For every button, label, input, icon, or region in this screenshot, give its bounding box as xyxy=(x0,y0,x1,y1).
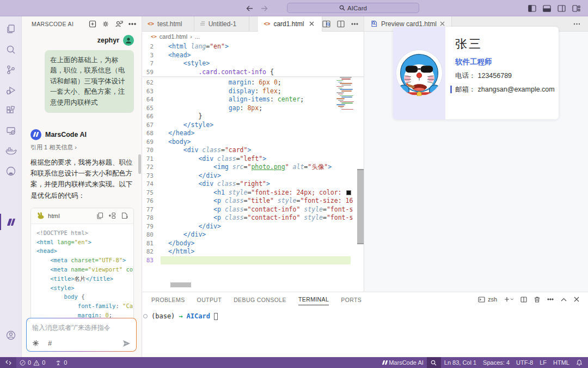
tab-untitled-1[interactable]: Untitled-1 xyxy=(194,16,250,31)
editor-horizontal-scrollbar[interactable] xyxy=(170,282,191,287)
plain-file-icon xyxy=(200,21,205,27)
search-sidebar-icon[interactable] xyxy=(0,40,22,59)
marscode-logo xyxy=(30,129,41,140)
back-icon[interactable] xyxy=(246,5,253,11)
tab-label: Untitled-1 xyxy=(209,20,236,28)
title-bar: AICard xyxy=(0,0,588,16)
source-control-icon[interactable] xyxy=(0,61,22,79)
indentation[interactable]: Spaces: 4 xyxy=(480,357,513,368)
marscode-ai-icon[interactable] xyxy=(0,213,22,231)
send-icon[interactable] xyxy=(122,340,131,347)
feedback-icon[interactable] xyxy=(115,20,123,28)
card-job-title: 软件工程师 xyxy=(455,57,559,67)
terminal[interactable]: (base) → AICard xyxy=(142,306,588,320)
ports-count: 0 xyxy=(64,359,67,366)
tab-output[interactable]: OUTPUT xyxy=(197,294,222,305)
tab-card1-html[interactable]: <> card1.html xyxy=(258,16,322,32)
tab-ports[interactable]: PORTS xyxy=(341,294,362,305)
breadcrumb-more[interactable]: ... xyxy=(195,33,200,40)
toggle-sidebar-icon[interactable] xyxy=(528,5,536,12)
terminal-cwd: AICard xyxy=(187,312,210,320)
tab-debug-console[interactable]: DEBUG CONSOLE xyxy=(234,294,286,305)
doraemon-avatar xyxy=(396,50,442,96)
status-search-icon[interactable] xyxy=(427,357,441,368)
split-editor-icon[interactable] xyxy=(337,20,345,28)
close-tab-icon[interactable] xyxy=(309,21,314,26)
open-preview-side-icon[interactable] xyxy=(322,20,330,28)
chat-code-lines: <!DOCTYPE html><html lang="en"><head> <m… xyxy=(31,224,133,329)
language-mode[interactable]: HTML xyxy=(550,357,573,368)
editor-vertical-scrollbar[interactable] xyxy=(357,169,364,244)
new-file-from-code-icon[interactable] xyxy=(121,212,128,219)
email-value: zhangsan@example.com xyxy=(478,86,555,93)
card-email-row: 邮箱：zhangsan@example.com xyxy=(455,85,559,94)
preview-file-icon xyxy=(371,20,378,27)
sidebar-scrollbar[interactable] xyxy=(138,154,141,174)
chat-input-box[interactable]: 输入消息或者"/"来选择指令 # xyxy=(26,318,137,352)
search-text: AICard xyxy=(347,5,367,11)
remote-explorer-icon[interactable] xyxy=(0,122,22,140)
preview-more-actions-icon[interactable] xyxy=(573,23,588,25)
eol[interactable]: LF xyxy=(536,357,550,368)
editor-tab-bar: <> test.html Untitled-1 <> card1.html xyxy=(142,16,364,32)
reference-link[interactable]: 引用 1 相关信息 › xyxy=(30,143,142,152)
editor-group: <> test.html Untitled-1 <> card1.html <>… xyxy=(142,16,364,292)
shell-selector[interactable]: zsh xyxy=(478,296,497,303)
extensions-icon[interactable] xyxy=(0,101,22,120)
terminal-prompt: (base) xyxy=(151,312,175,320)
breadcrumb[interactable]: <> card1.html › ... xyxy=(142,32,364,41)
breadcrumb-separator: › xyxy=(190,33,192,40)
customize-layout-icon[interactable] xyxy=(572,5,580,12)
more-actions-icon[interactable] xyxy=(128,23,136,25)
github-icon[interactable] xyxy=(0,162,22,180)
explorer-icon[interactable] xyxy=(0,20,22,38)
chat-settings-gear-icon[interactable] xyxy=(102,20,109,28)
run-debug-icon[interactable] xyxy=(0,81,22,100)
command-center-search[interactable]: AICard xyxy=(287,3,419,13)
command-decoration-icon xyxy=(143,314,148,318)
kill-terminal-icon[interactable] xyxy=(534,296,540,303)
copy-code-icon[interactable] xyxy=(96,212,103,219)
phone-label: 电话： xyxy=(455,72,476,80)
forward-icon[interactable] xyxy=(261,5,268,11)
breadcrumb-file[interactable]: card1.html xyxy=(160,33,187,40)
split-terminal-icon[interactable] xyxy=(520,297,527,303)
tab-problems[interactable]: PROBLEMS xyxy=(151,294,185,305)
toggle-secondary-sidebar-icon[interactable] xyxy=(558,5,566,12)
insert-code-icon[interactable] xyxy=(108,212,116,219)
problems-status[interactable]: 0 0 xyxy=(16,357,48,368)
account-icon[interactable] xyxy=(0,326,22,345)
sparkle-icon[interactable] xyxy=(32,340,39,347)
encoding[interactable]: UTF-8 xyxy=(513,357,536,368)
new-terminal-icon[interactable] xyxy=(504,297,513,302)
code-editor[interactable]: 2<html lang="en">3<head>7 <style>59 .car… xyxy=(142,41,364,292)
preview-group: Preview card1.html xyxy=(364,16,588,292)
breadcrumb-file-icon: <> xyxy=(151,34,157,39)
tab-test-html[interactable]: <> test.html xyxy=(142,16,194,31)
close-preview-icon[interactable] xyxy=(440,21,445,26)
user-avatar xyxy=(123,35,134,46)
new-chat-icon[interactable] xyxy=(89,20,96,28)
business-card: 张三 软件工程师 电话：123456789 邮箱：zhangsan@exampl… xyxy=(393,27,559,119)
panel-more-actions-icon[interactable] xyxy=(547,298,554,300)
card-phone-row: 电话：123456789 xyxy=(455,71,559,81)
close-panel-icon[interactable] xyxy=(574,297,579,302)
toggle-panel-icon[interactable] xyxy=(543,5,551,12)
cursor-position[interactable]: Ln 83, Col 1 xyxy=(441,357,480,368)
docker-icon[interactable] xyxy=(0,142,22,160)
tab-terminal[interactable]: TERMINAL xyxy=(298,293,329,305)
editor-more-actions-icon[interactable] xyxy=(351,23,358,25)
notifications-bell-icon[interactable] xyxy=(573,357,588,368)
assistant-name: MarsCode AI xyxy=(45,131,87,138)
tab-label: card1.html xyxy=(273,20,304,28)
marscode-status-item[interactable]: MarsCode AI xyxy=(379,357,427,368)
warning-count: 0 xyxy=(42,359,45,366)
shell-label: zsh xyxy=(488,296,497,303)
maximize-panel-icon[interactable] xyxy=(561,298,567,301)
ports-status[interactable]: 0 xyxy=(52,357,70,368)
code-block-language: html xyxy=(48,213,93,219)
context-hash-button[interactable]: # xyxy=(48,339,52,347)
assistant-reply-text: 根据您的要求，我将为标题、职位和联系信息设计一套大小和配色方案，并使用内联样式来… xyxy=(30,157,134,201)
user-message-bubble: 在上面的基础上，为标题，职位，联系信息（电话和邮箱）三项字体设计一套大小、配色方… xyxy=(45,50,134,113)
remote-indicator[interactable] xyxy=(0,357,16,368)
